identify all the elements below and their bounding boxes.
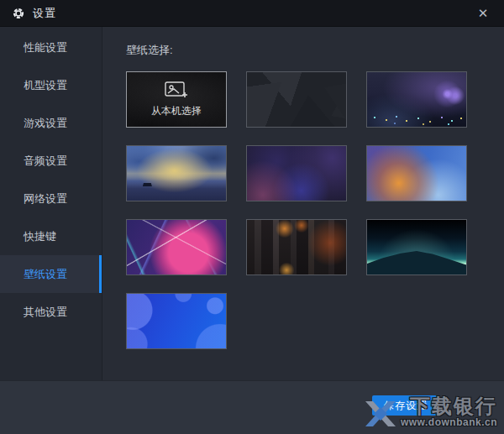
window-title: 设置 — [33, 6, 56, 21]
wallpaper-settings-panel: 壁纸选择: 从本机选择 — [102, 27, 504, 380]
wallpaper-local-picker-tile[interactable]: 从本机选择 — [126, 71, 227, 128]
sidebar-item-network[interactable]: 网络设置 — [0, 180, 102, 217]
wallpaper-thumb-neon-balloon[interactable] — [126, 219, 227, 275]
sidebar-item-audio[interactable]: 音频设置 — [0, 142, 102, 180]
wallpaper-thumb-sea-sky-painting[interactable] — [126, 145, 227, 201]
sidebar-item-wallpaper[interactable]: 壁纸设置 — [0, 255, 102, 293]
content-area: 性能设置 机型设置 游戏设置 音频设置 网络设置 快捷键 壁纸设置 其他设置 壁… — [0, 27, 504, 380]
close-icon[interactable]: ✕ — [470, 0, 496, 27]
sidebar: 性能设置 机型设置 游戏设置 音频设置 网络设置 快捷键 壁纸设置 其他设置 — [0, 27, 102, 380]
wallpaper-thumb-blue-bokeh[interactable] — [126, 293, 227, 349]
sidebar-item-device-model[interactable]: 机型设置 — [0, 66, 102, 104]
city-lights-dots — [374, 117, 375, 118]
wallpaper-thumb-dark-geometric[interactable] — [246, 71, 347, 128]
mountain-silhouette — [367, 246, 466, 275]
wallpaper-grid: 从本机选择 — [126, 71, 504, 349]
wallpaper-thumb-purple-blur[interactable] — [246, 145, 347, 201]
wallpaper-thumb-night-city[interactable] — [366, 71, 467, 128]
wallpaper-thumb-teal-mountain[interactable] — [366, 219, 467, 275]
sidebar-item-game[interactable]: 游戏设置 — [0, 104, 102, 142]
local-picker-label: 从本机选择 — [151, 104, 202, 118]
wallpaper-thumb-orange-blue-gradient[interactable] — [366, 145, 467, 201]
sidebar-item-other[interactable]: 其他设置 — [0, 293, 102, 331]
sidebar-item-performance[interactable]: 性能设置 — [0, 29, 102, 66]
footer-bar: 保存设置 — [0, 380, 504, 434]
image-plus-icon — [164, 81, 189, 101]
sidebar-item-shortcuts[interactable]: 快捷键 — [0, 217, 102, 255]
save-settings-button[interactable]: 保存设置 — [372, 395, 439, 416]
titlebar: 设置 ✕ — [0, 0, 504, 27]
boat-silhouette — [143, 183, 152, 186]
wallpaper-thumb-rainy-city[interactable] — [246, 219, 347, 275]
gear-icon — [12, 7, 25, 20]
wallpaper-section-label: 壁纸选择: — [126, 43, 504, 58]
